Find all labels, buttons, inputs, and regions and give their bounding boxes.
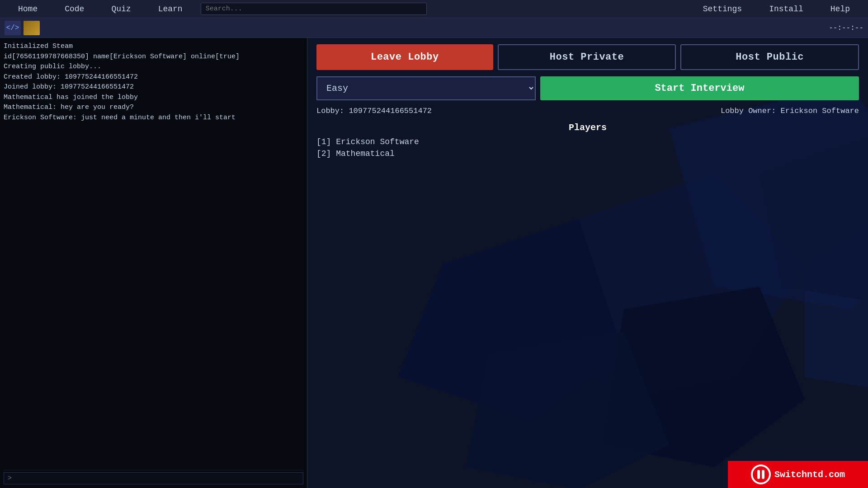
- nav-home[interactable]: Home: [5, 5, 51, 14]
- terminal-input-row: [4, 470, 303, 484]
- host-public-button[interactable]: Host Public: [680, 44, 859, 70]
- nav-help[interactable]: Help: [817, 5, 863, 14]
- difficulty-start-row: Easy Medium Hard Start Interview: [316, 76, 859, 100]
- avatar-icon[interactable]: [24, 21, 40, 35]
- lobby-label: Lobby:: [316, 107, 344, 115]
- nav-bar: Home Code Quiz Learn Settings Install He…: [0, 0, 868, 18]
- lobby-buttons: Leave Lobby Host Private Host Public: [316, 44, 859, 70]
- main-content: Initialized Steamid[76561199787668350] n…: [0, 38, 868, 488]
- terminal-line: Mathematical has joined the lobby: [4, 93, 303, 103]
- player-item: [1] Erickson Software: [316, 137, 859, 146]
- lobby-id-display: Lobby: 109775244166551472: [316, 107, 432, 115]
- start-interview-button[interactable]: Start Interview: [540, 76, 859, 100]
- terminal-line: Creating public lobby...: [4, 62, 303, 72]
- icon-bar: </> --:--:--: [0, 18, 868, 38]
- terminal-output: Initialized Steamid[76561199787668350] n…: [4, 42, 303, 468]
- search-input[interactable]: [201, 3, 427, 15]
- terminal-line: Mathematical: hey are you ready?: [4, 103, 303, 113]
- lobby-id: 109775244166551472: [349, 107, 432, 115]
- time-display: --:--:--: [829, 24, 863, 32]
- players-section: Players [1] Erickson Software[2] Mathema…: [316, 122, 859, 158]
- svg-rect-7: [757, 470, 760, 479]
- lobby-content: Leave Lobby Host Private Host Public Eas…: [307, 38, 868, 167]
- terminal-line: Initialized Steam: [4, 42, 303, 52]
- nav-install[interactable]: Install: [755, 5, 817, 14]
- host-private-button[interactable]: Host Private: [498, 44, 676, 70]
- players-list: [1] Erickson Software[2] Mathematical: [316, 137, 859, 158]
- terminal-line: Joined lobby: 109775244166551472: [4, 82, 303, 93]
- terminal-input[interactable]: [4, 472, 303, 484]
- svg-rect-8: [762, 470, 764, 479]
- terminal-line: Created lobby: 109775244166551472: [4, 72, 303, 83]
- switch-banner[interactable]: Switchntd.com: [728, 461, 868, 488]
- switch-logo-inner: [753, 466, 769, 483]
- switch-logo: [751, 465, 771, 484]
- players-header: Players: [316, 122, 859, 133]
- nav-settings[interactable]: Settings: [689, 5, 755, 14]
- lobby-info-row: Lobby: 109775244166551472 Lobby Owner: E…: [316, 107, 859, 115]
- terminal-line: Erickson Software: just need a minute an…: [4, 113, 303, 123]
- leave-lobby-button[interactable]: Leave Lobby: [316, 44, 493, 70]
- terminal-panel: Initialized Steamid[76561199787668350] n…: [0, 38, 307, 488]
- difficulty-select[interactable]: Easy Medium Hard: [316, 76, 536, 100]
- lobby-panel: Leave Lobby Host Private Host Public Eas…: [307, 38, 868, 488]
- nav-learn[interactable]: Learn: [145, 5, 196, 14]
- terminal-line: id[76561199787668350] name[Erickson Soft…: [4, 52, 303, 62]
- switch-text: Switchntd.com: [774, 469, 845, 480]
- code-icon[interactable]: </>: [5, 21, 21, 35]
- player-item: [2] Mathematical: [316, 149, 859, 158]
- lobby-owner: Lobby Owner: Erickson Software: [721, 107, 859, 115]
- nav-code[interactable]: Code: [51, 5, 98, 14]
- nav-quiz[interactable]: Quiz: [98, 5, 144, 14]
